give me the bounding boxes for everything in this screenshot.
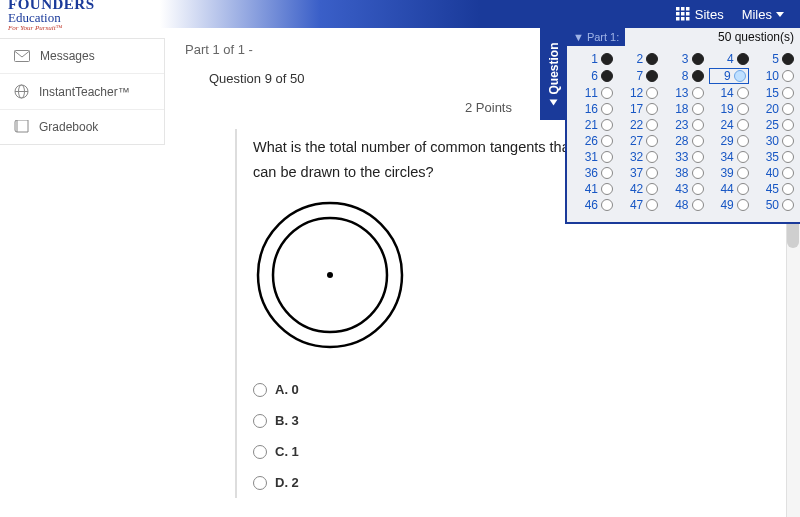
radio-icon[interactable]: [253, 445, 267, 459]
navigator-question-30[interactable]: 30: [754, 134, 794, 148]
answer-label: D. 2: [275, 475, 299, 490]
navigator-question-29[interactable]: 29: [709, 134, 749, 148]
navigator-question-number: 42: [627, 182, 643, 196]
navigator-question-9[interactable]: 9: [709, 68, 749, 84]
navigator-question-32[interactable]: 32: [618, 150, 658, 164]
sidebar-item-messages[interactable]: Messages: [0, 39, 164, 74]
navigator-question-6[interactable]: 6: [573, 68, 613, 84]
navigator-question-25[interactable]: 25: [754, 118, 794, 132]
navigator-question-4[interactable]: 4: [709, 52, 749, 66]
navigator-question-number: 25: [763, 118, 779, 132]
navigator-section-label: Part 1:: [587, 31, 619, 43]
answer-label: C. 1: [275, 444, 299, 459]
navigator-question-44[interactable]: 44: [709, 182, 749, 196]
navigator-question-37[interactable]: 37: [618, 166, 658, 180]
navigator-question-18[interactable]: 18: [664, 102, 704, 116]
radio-icon[interactable]: [253, 476, 267, 490]
answer-option-b[interactable]: B. 3: [253, 405, 575, 436]
navigator-question-40[interactable]: 40: [754, 166, 794, 180]
navigator-question-34[interactable]: 34: [709, 150, 749, 164]
navigator-bubble-icon: [601, 151, 613, 163]
navigator-question-number: 12: [627, 86, 643, 100]
navigator-question-number: 49: [718, 198, 734, 212]
navigator-question-1[interactable]: 1: [573, 52, 613, 66]
navigator-bubble-icon: [737, 183, 749, 195]
navigator-question-12[interactable]: 12: [618, 86, 658, 100]
navigator-question-49[interactable]: 49: [709, 198, 749, 212]
answer-option-d[interactable]: D. 2: [253, 467, 575, 498]
navigator-question-11[interactable]: 11: [573, 86, 613, 100]
navigator-question-3[interactable]: 3: [664, 52, 704, 66]
globe-icon: [14, 84, 29, 99]
navigator-bubble-icon: [692, 119, 704, 131]
navigator-question-2[interactable]: 2: [618, 52, 658, 66]
sites-button[interactable]: Sites: [676, 7, 724, 22]
navigator-bubble-icon: [737, 151, 749, 163]
navigator-question-27[interactable]: 27: [618, 134, 658, 148]
navigator-question-24[interactable]: 24: [709, 118, 749, 132]
navigator-bubble-icon: [782, 119, 794, 131]
navigator-question-number: 45: [763, 182, 779, 196]
sidebar-item-gradebook[interactable]: Gradebook: [0, 110, 164, 144]
navigator-bubble-icon: [692, 103, 704, 115]
navigator-bubble-icon: [782, 183, 794, 195]
navigator-toggle-tab[interactable]: Question: [540, 28, 567, 120]
navigator-bubble-icon: [601, 103, 613, 115]
answer-option-c[interactable]: C. 1: [253, 436, 575, 467]
navigator-question-36[interactable]: 36: [573, 166, 613, 180]
navigator-question-39[interactable]: 39: [709, 166, 749, 180]
navigator-question-10[interactable]: 10: [754, 68, 794, 84]
navigator-question-7[interactable]: 7: [618, 68, 658, 84]
navigator-question-38[interactable]: 38: [664, 166, 704, 180]
navigator-question-8[interactable]: 8: [664, 68, 704, 84]
navigator-question-46[interactable]: 46: [573, 198, 613, 212]
svg-rect-7: [681, 17, 685, 21]
navigator-bubble-icon: [692, 135, 704, 147]
navigator-question-47[interactable]: 47: [618, 198, 658, 212]
navigator-bubble-icon: [737, 103, 749, 115]
navigator-question-19[interactable]: 19: [709, 102, 749, 116]
svg-rect-4: [681, 12, 685, 16]
navigator-question-31[interactable]: 31: [573, 150, 613, 164]
navigator-question-21[interactable]: 21: [573, 118, 613, 132]
navigator-question-13[interactable]: 13: [664, 86, 704, 100]
sidebar-item-instantteacher[interactable]: InstantTeacher™: [0, 74, 164, 110]
navigator-question-43[interactable]: 43: [664, 182, 704, 196]
navigator-question-20[interactable]: 20: [754, 102, 794, 116]
navigator-question-33[interactable]: 33: [664, 150, 704, 164]
navigator-question-15[interactable]: 15: [754, 86, 794, 100]
navigator-question-number: 29: [718, 134, 734, 148]
navigator-question-22[interactable]: 22: [618, 118, 658, 132]
navigator-question-23[interactable]: 23: [664, 118, 704, 132]
navigator-question-number: 14: [718, 86, 734, 100]
navigator-question-35[interactable]: 35: [754, 150, 794, 164]
radio-icon[interactable]: [253, 414, 267, 428]
sidebar: Messages InstantTeacher™ Gradebook: [0, 38, 165, 145]
navigator-question-48[interactable]: 48: [664, 198, 704, 212]
radio-icon[interactable]: [253, 383, 267, 397]
navigator-question-17[interactable]: 17: [618, 102, 658, 116]
navigator-section-toggle[interactable]: ▼ Part 1:: [567, 28, 625, 46]
navigator-question-14[interactable]: 14: [709, 86, 749, 100]
navigator-bubble-icon: [782, 199, 794, 211]
navigator-question-42[interactable]: 42: [618, 182, 658, 196]
navigator-question-5[interactable]: 5: [754, 52, 794, 66]
navigator-question-45[interactable]: 45: [754, 182, 794, 196]
navigator-bubble-icon: [692, 53, 704, 65]
navigator-question-number: 15: [763, 86, 779, 100]
question-diagram: [253, 198, 575, 356]
navigator-question-number: 47: [627, 198, 643, 212]
svg-rect-6: [676, 17, 680, 21]
svg-rect-1: [681, 7, 685, 11]
navigator-question-41[interactable]: 41: [573, 182, 613, 196]
navigator-question-number: 48: [673, 198, 689, 212]
navigator-question-28[interactable]: 28: [664, 134, 704, 148]
navigator-question-number: 9: [715, 69, 731, 83]
navigator-question-16[interactable]: 16: [573, 102, 613, 116]
navigator-bubble-icon: [692, 167, 704, 179]
navigator-question-26[interactable]: 26: [573, 134, 613, 148]
navigator-question-number: 26: [582, 134, 598, 148]
user-menu-button[interactable]: Miles: [742, 7, 784, 22]
answer-option-a[interactable]: A. 0: [253, 374, 575, 405]
navigator-question-50[interactable]: 50: [754, 198, 794, 212]
